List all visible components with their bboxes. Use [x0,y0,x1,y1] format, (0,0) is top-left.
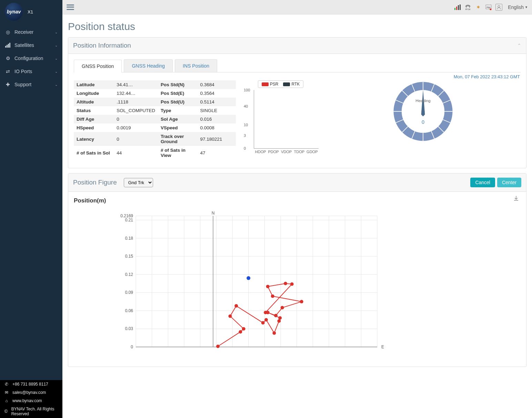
svg-point-75 [261,321,265,325]
home-icon: ⌂ [4,398,9,403]
sidebar-item-configuration[interactable]: ⚙Configuration⌄ [0,52,62,65]
footer-copy-text: BYNAV Tech. All Rights Reserved [11,407,58,416]
table-row: Altitude.1118Pos Std(U)0.5114 [74,98,236,106]
cell-key: Pos Std(U) [158,98,198,106]
cell-value: 97.180221 [198,132,236,146]
hamburger-icon[interactable] [67,4,74,10]
dop-chart: PSR RTK 100401030HDOPPDOPVDOPTDOPGDOP [243,80,319,149]
chevron-down-icon: ⌄ [55,43,58,47]
dop-xtick: PDOP [268,150,279,154]
cell-key: # of Sats in View [158,146,198,160]
footer-phone: ✆+86 731 8895 8117 [0,380,62,388]
svg-point-77 [272,331,276,335]
chevron-down-icon: ⌄ [55,57,58,60]
dop-legend: PSR RTK [258,80,303,88]
topbar: RTCM ✶ Align English▼ [62,0,532,14]
track-select[interactable]: Gnd Trk [124,178,153,187]
svg-text:0.12: 0.12 [125,272,133,277]
panel-header: Position Information ⌃ [68,38,526,54]
svg-point-11 [490,8,492,10]
nav-label: Support [14,82,31,87]
language-selector[interactable]: English▼ [508,4,528,10]
nav-icon: ⚙ [5,56,11,61]
tab-ins-position[interactable]: INS Position [175,59,217,72]
cell-value: 0.3564 [198,89,236,98]
sidebar-item-receiver[interactable]: ◎Receiver⌄ [0,26,62,39]
table-row: Diff Age0Sol Age0.016 [74,115,236,123]
nav-label: Configuration [14,56,43,61]
cell-key: Latitude [74,80,114,89]
gauge-title: Heading [415,98,431,103]
nav-icon [5,43,11,48]
user-icon[interactable] [495,4,502,11]
chevron-down-icon: ⌄ [55,83,58,87]
table-row: Longitude132.44…Pos Std(E)0.3564 [74,89,236,98]
cell-value: SOL_COMPUTED [114,106,158,115]
svg-rect-1 [7,45,8,48]
cell-value: 0.3684 [198,80,236,89]
timestamp: Mon, 07 Feb 2022 23:43:12 GMT [74,72,521,80]
footer-copy: ©BYNAV Tech. All Rights Reserved [0,405,62,418]
align-icon[interactable]: Align [485,4,492,11]
tab-gnss-position[interactable]: GNSS Position [74,60,122,72]
cell-value: 44 [114,146,158,160]
signal-icon[interactable] [454,4,461,11]
svg-text:Align: Align [486,6,491,8]
cell-key: Status [74,106,114,115]
svg-rect-2 [8,44,9,48]
scatter-title: Position(m) [74,197,521,204]
tab-gnss-heading[interactable]: GNSS Heading [124,59,173,72]
collapse-icon[interactable]: ⌃ [517,43,521,48]
chevron-down-icon: ⌄ [55,70,58,73]
svg-point-87 [290,282,294,286]
footer-web: ⌂www.bynav.com [0,397,62,405]
phone-icon: ✆ [4,382,9,387]
svg-rect-3 [9,43,10,48]
svg-point-81 [274,314,278,317]
brand-logo: bynav [5,3,23,21]
cell-value: 0.016 [198,115,236,123]
sidebar-nav: ◎Receiver⌄Satellites⌄⚙Configuration⌄⇄IO … [0,26,62,91]
gauge-value: 0 [422,119,424,125]
satellite-icon[interactable]: ✶ [475,4,482,11]
svg-rect-0 [5,46,6,48]
rtcm-icon[interactable]: RTCM [464,4,471,11]
sidebar-item-support[interactable]: ✚Support⌄ [0,78,62,91]
svg-point-88 [264,311,267,314]
svg-point-70 [216,345,220,348]
svg-point-86 [284,282,287,285]
cell-key: HSpeed [74,123,114,132]
cell-value: 0 [114,115,158,123]
cell-value: 0.5114 [198,98,236,106]
cell-value: 0 [114,132,158,146]
table-row: Latency0Track over Ground97.180221 [74,132,236,146]
svg-text:E: E [381,345,384,349]
svg-text:0.21: 0.21 [125,218,133,222]
cell-value: 0.0008 [198,123,236,132]
cancel-button[interactable]: Cancel [470,178,495,187]
dop-plot-area: 100401030HDOPPDOPVDOPTDOPGDOP [254,90,319,149]
footer-email-text: sales@bynav.com [12,390,46,395]
svg-text:0: 0 [131,345,133,349]
svg-rect-6 [458,5,459,10]
dop-ytick: 100 [244,88,250,92]
legend-rtk-label: RTK [291,82,300,87]
svg-rect-4 [454,8,455,10]
svg-point-74 [234,304,238,308]
cell-key: Track over Ground [158,132,198,146]
svg-rect-7 [460,4,461,10]
download-icon[interactable] [513,195,519,202]
sidebar: bynav X1 ◎Receiver⌄Satellites⌄⚙Configura… [0,0,62,418]
sidebar-item-satellites[interactable]: Satellites⌄ [0,39,62,52]
position-figure-title: Position Figure [73,179,117,186]
footer-email: ✉sales@bynav.com [0,388,62,397]
topbar-icons: RTCM ✶ Align English▼ [454,4,528,11]
sidebar-item-io-ports[interactable]: ⇄IO Ports⌄ [0,65,62,78]
center-button[interactable]: Center [497,178,521,187]
cell-value: 132.44… [114,89,158,98]
dop-ytick: 3 [244,133,246,138]
nav-label: IO Ports [14,69,32,74]
svg-text:0.15: 0.15 [125,254,133,259]
cell-key: Type [158,106,198,115]
footer-phone-text: +86 731 8895 8117 [12,382,48,387]
